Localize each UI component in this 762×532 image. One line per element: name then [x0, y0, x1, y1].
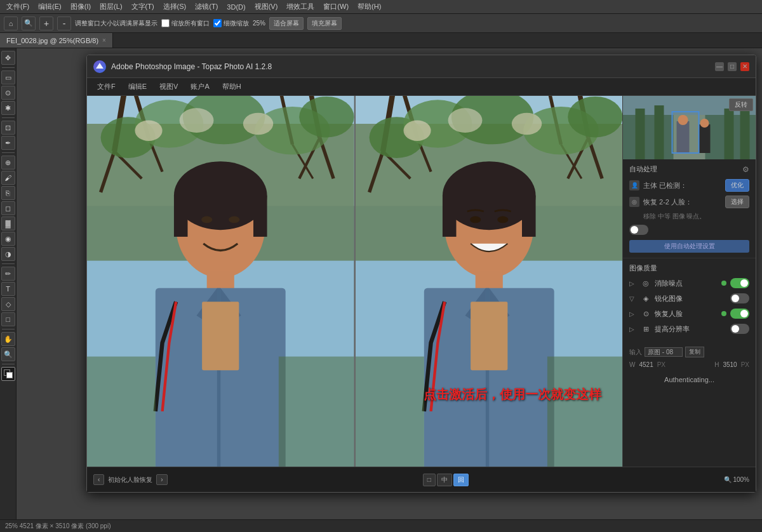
hand-tool[interactable]: ✋: [1, 332, 15, 346]
zoom-percent: 25%: [253, 20, 265, 27]
tool-divider-6: [2, 364, 15, 364]
topaz-menu-account[interactable]: 账户A: [185, 80, 214, 93]
ps-canvas: Adobe Photoshop Image - Topaz Photo AI 1…: [17, 48, 762, 519]
svg-point-58: [442, 161, 535, 230]
prev-btn[interactable]: ‹: [93, 474, 104, 485]
menu-file[interactable]: 文件(F): [3, 1, 33, 13]
text-tool[interactable]: T: [1, 282, 15, 296]
menu-plugins[interactable]: 增效工具: [283, 1, 318, 13]
svg-rect-60: [522, 196, 536, 237]
menu-image[interactable]: 图像(I): [67, 1, 95, 13]
dodge-tool[interactable]: ◑: [1, 247, 15, 261]
home-icon[interactable]: ⌂: [4, 17, 18, 30]
tab-close-btn[interactable]: ×: [102, 37, 106, 44]
after-photo-svg: [356, 96, 623, 467]
input-row: 输入 复制: [623, 344, 756, 360]
svg-point-26: [201, 216, 212, 223]
auto-process-title: 自动处理: [629, 164, 657, 174]
blur-tool[interactable]: ◉: [1, 232, 15, 246]
image-quality-title: 图像质量: [629, 263, 749, 273]
after-image: [356, 96, 623, 467]
heal-tool[interactable]: ⊕: [1, 156, 15, 170]
sharpen-toggle[interactable]: [730, 293, 749, 303]
svg-point-81: [700, 119, 709, 128]
topaz-menu-view[interactable]: 视图V: [154, 80, 183, 93]
lasso-tool[interactable]: ⊙: [1, 86, 15, 100]
copy-btn[interactable]: 复制: [685, 347, 704, 357]
denoise-row[interactable]: ▷ ◎ 消除噪点: [629, 278, 749, 288]
svg-rect-78: [677, 121, 690, 153]
fit-screen-btn[interactable]: 适合屏幕: [269, 17, 304, 30]
menu-window[interactable]: 窗口(W): [319, 1, 352, 13]
topaz-menu-help[interactable]: 帮助H: [217, 80, 246, 93]
menu-edit[interactable]: 编辑(E): [34, 1, 65, 13]
fine-zoom-checkbox[interactable]: 细微缩放: [213, 19, 249, 28]
upscale-row[interactable]: ▷ ⊞ 提高分辨率: [629, 324, 749, 334]
select-rect-tool[interactable]: ▭: [1, 70, 15, 84]
brush-tool[interactable]: 🖌: [1, 171, 15, 185]
magic-wand-tool[interactable]: ✱: [1, 101, 15, 115]
sharpen-expand-icon: ▽: [629, 295, 637, 302]
menu-select[interactable]: 选择(S): [159, 1, 190, 13]
gear-icon[interactable]: ⚙: [742, 165, 749, 174]
upscale-toggle[interactable]: [730, 324, 749, 334]
next-btn[interactable]: ›: [156, 474, 167, 485]
input-field[interactable]: [645, 347, 683, 357]
eraser-tool[interactable]: ◻: [1, 201, 15, 215]
face-restore-toggle[interactable]: [730, 309, 749, 319]
zoom-level: 🔍 100%: [724, 476, 749, 483]
pen-tool[interactable]: ✏: [1, 267, 15, 281]
zoom-in-icon[interactable]: +: [39, 17, 53, 30]
clone-tool[interactable]: ⎘: [1, 186, 15, 200]
subject-btn[interactable]: 优化: [725, 179, 749, 192]
menu-help[interactable]: 帮助(H): [354, 1, 385, 13]
gradient-tool[interactable]: ▓: [1, 216, 15, 230]
crop-tool[interactable]: ⊡: [1, 121, 15, 135]
menu-view[interactable]: 视图(V): [251, 1, 282, 13]
shape-tool[interactable]: □: [1, 312, 15, 326]
menu-3d[interactable]: 3D(D): [223, 2, 249, 12]
topaz-menu-edit[interactable]: 编辑E: [123, 80, 152, 93]
zoom-tool[interactable]: 🔍: [1, 347, 15, 361]
tool-divider-5: [2, 329, 15, 329]
sharpen-row[interactable]: ▽ ◈ 锐化图像: [629, 293, 749, 303]
subject-label: 主体 已检测：: [643, 181, 721, 190]
apply-auto-btn[interactable]: 使用自动处理设置: [629, 240, 749, 253]
fill-screen-btn[interactable]: 填充屏幕: [307, 17, 342, 30]
topaz-menu-file[interactable]: 文件F: [92, 80, 121, 93]
topaz-maximize-btn[interactable]: □: [728, 62, 737, 71]
ps-main: ✥ ▭ ⊙ ✱ ⊡ ✒ ⊕ 🖌 ⎘ ◻ ▓ ◉ ◑ ✏ T ◇ □ ✋ 🔍: [0, 48, 762, 519]
topaz-menubar: 文件F 编辑E 视图V 账户A 帮助H: [87, 78, 756, 96]
zoom-fit-icon[interactable]: 🔍: [22, 17, 36, 30]
svg-point-79: [678, 115, 688, 125]
ps-tab-active[interactable]: FEI_0028.jpg @ 25%(RGB/8) ×: [0, 33, 113, 48]
face-restore-expand-icon: ▷: [629, 310, 637, 317]
zoom-all-checkbox[interactable]: 缩放所有窗口: [161, 19, 210, 28]
view-single-btn[interactable]: □: [423, 474, 436, 486]
auto-process-toggle[interactable]: [629, 225, 648, 235]
face-select-btn[interactable]: 选择: [725, 196, 749, 208]
denoise-toggle[interactable]: [730, 278, 749, 288]
face-row: ◎ 恢复 2-2 人脸： 选择: [629, 196, 749, 208]
topaz-minimize-btn[interactable]: —: [715, 62, 724, 71]
eyedropper-tool[interactable]: ✒: [1, 136, 15, 150]
before-photo-svg: [87, 96, 354, 467]
zoom-out-icon[interactable]: -: [57, 17, 71, 30]
h-unit: PX: [741, 361, 749, 368]
topaz-close-btn[interactable]: ✕: [740, 62, 749, 71]
svg-rect-74: [636, 109, 645, 159]
menu-layer[interactable]: 图层(L): [96, 1, 126, 13]
view-compare-btn[interactable]: 回: [453, 474, 469, 486]
menu-text[interactable]: 文字(T): [128, 1, 158, 13]
sharpen-label: 锐化图像: [655, 294, 726, 303]
menu-filter[interactable]: 滤镜(T): [191, 1, 222, 13]
path-tool[interactable]: ◇: [1, 297, 15, 311]
view-split-btn[interactable]: 中: [437, 474, 452, 486]
face-icon: ◎: [629, 197, 639, 207]
foreground-color[interactable]: [1, 367, 15, 381]
tool-divider-1: [2, 67, 15, 68]
face-restore-row[interactable]: ▷ ⊙ 恢复人脸: [629, 309, 749, 319]
move-tool[interactable]: ✥: [1, 51, 15, 65]
reverse-btn[interactable]: 反转: [729, 98, 753, 111]
subject-icon: 👤: [629, 180, 639, 190]
